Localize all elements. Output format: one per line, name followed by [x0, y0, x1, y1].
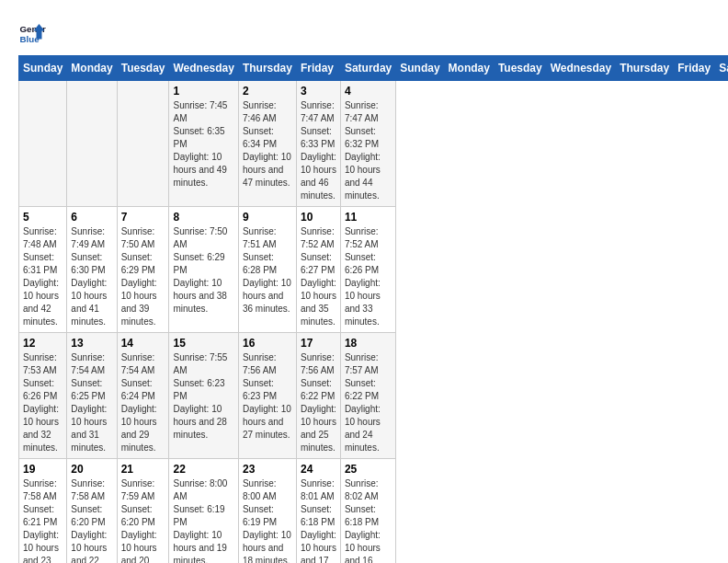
cell-content: Sunrise: 7:45 AM Sunset: 6:35 PM Dayligh… [173, 99, 233, 190]
day-number: 11 [345, 211, 392, 224]
cell-content: Sunrise: 7:51 AM Sunset: 6:28 PM Dayligh… [243, 225, 292, 316]
calendar-cell: 9Sunrise: 7:51 AM Sunset: 6:28 PM Daylig… [238, 207, 296, 333]
calendar-cell [117, 81, 169, 207]
calendar-cell: 5Sunrise: 7:48 AM Sunset: 6:31 PM Daylig… [19, 207, 67, 333]
cell-content: Sunrise: 7:50 AM Sunset: 6:29 PM Dayligh… [173, 225, 233, 316]
calendar-cell: 10Sunrise: 7:52 AM Sunset: 6:27 PM Dayli… [296, 207, 340, 333]
day-number: 1 [173, 85, 233, 98]
calendar-cell: 14Sunrise: 7:54 AM Sunset: 6:24 PM Dayli… [117, 333, 169, 459]
day-number: 21 [121, 463, 165, 476]
cell-content: Sunrise: 7:56 AM Sunset: 6:22 PM Dayligh… [301, 351, 336, 454]
cell-content: Sunrise: 8:00 AM Sunset: 6:19 PM Dayligh… [173, 477, 233, 563]
day-number: 10 [301, 211, 336, 224]
header-monday: Monday [67, 56, 117, 81]
calendar-cell: 18Sunrise: 7:57 AM Sunset: 6:22 PM Dayli… [340, 333, 395, 459]
day-number: 16 [243, 337, 292, 350]
calendar-cell: 2Sunrise: 7:46 AM Sunset: 6:34 PM Daylig… [238, 81, 296, 207]
day-number: 12 [23, 337, 63, 350]
calendar-cell [19, 81, 67, 207]
calendar-header-row: SundayMondayTuesdayWednesdayThursdayFrid… [19, 56, 729, 81]
cell-content: Sunrise: 7:54 AM Sunset: 6:24 PM Dayligh… [121, 351, 165, 454]
calendar-cell: 7Sunrise: 7:50 AM Sunset: 6:29 PM Daylig… [117, 207, 169, 333]
day-number: 17 [301, 337, 336, 350]
cell-content: Sunrise: 7:58 AM Sunset: 6:20 PM Dayligh… [71, 477, 112, 563]
day-number: 4 [345, 85, 392, 98]
cell-content: Sunrise: 7:55 AM Sunset: 6:23 PM Dayligh… [173, 351, 233, 442]
cell-content: Sunrise: 7:52 AM Sunset: 6:26 PM Dayligh… [345, 225, 392, 328]
cell-content: Sunrise: 7:53 AM Sunset: 6:26 PM Dayligh… [23, 351, 63, 454]
calendar-week-3: 19Sunrise: 7:58 AM Sunset: 6:21 PM Dayli… [19, 459, 729, 564]
day-number: 25 [345, 463, 392, 476]
logo-icon: General Blue [18, 18, 46, 46]
calendar-cell: 21Sunrise: 7:59 AM Sunset: 6:20 PM Dayli… [117, 459, 169, 564]
calendar-cell: 25Sunrise: 8:02 AM Sunset: 6:18 PM Dayli… [340, 459, 395, 564]
cell-content: Sunrise: 7:46 AM Sunset: 6:34 PM Dayligh… [243, 99, 292, 190]
day-number: 6 [71, 211, 112, 224]
calendar-cell: 24Sunrise: 8:01 AM Sunset: 6:18 PM Dayli… [296, 459, 340, 564]
calendar-cell: 23Sunrise: 8:00 AM Sunset: 6:19 PM Dayli… [238, 459, 296, 564]
calendar-cell: 17Sunrise: 7:56 AM Sunset: 6:22 PM Dayli… [296, 333, 340, 459]
cell-content: Sunrise: 7:59 AM Sunset: 6:20 PM Dayligh… [121, 477, 165, 563]
day-number: 24 [301, 463, 336, 476]
calendar-table: SundayMondayTuesdayWednesdayThursdayFrid… [18, 55, 728, 563]
calendar-cell [67, 81, 117, 207]
col-header-friday: Friday [674, 56, 715, 81]
day-number: 13 [71, 337, 112, 350]
calendar-week-0: 1Sunrise: 7:45 AM Sunset: 6:35 PM Daylig… [19, 81, 729, 207]
calendar-cell: 12Sunrise: 7:53 AM Sunset: 6:26 PM Dayli… [19, 333, 67, 459]
cell-content: Sunrise: 7:52 AM Sunset: 6:27 PM Dayligh… [301, 225, 336, 328]
day-number: 3 [301, 85, 336, 98]
header-saturday: Saturday [340, 56, 395, 81]
header-tuesday: Tuesday [117, 56, 169, 81]
cell-content: Sunrise: 7:48 AM Sunset: 6:31 PM Dayligh… [23, 225, 63, 328]
calendar-week-2: 12Sunrise: 7:53 AM Sunset: 6:26 PM Dayli… [19, 333, 729, 459]
col-header-sunday: Sunday [396, 56, 444, 81]
calendar-cell: 20Sunrise: 7:58 AM Sunset: 6:20 PM Dayli… [67, 459, 117, 564]
col-header-monday: Monday [444, 56, 494, 81]
calendar-cell: 16Sunrise: 7:56 AM Sunset: 6:23 PM Dayli… [238, 333, 296, 459]
cell-content: Sunrise: 7:58 AM Sunset: 6:21 PM Dayligh… [23, 477, 63, 563]
day-number: 7 [121, 211, 165, 224]
page-header: General Blue [18, 18, 710, 46]
day-number: 2 [243, 85, 292, 98]
calendar-cell: 11Sunrise: 7:52 AM Sunset: 6:26 PM Dayli… [340, 207, 395, 333]
calendar-cell: 1Sunrise: 7:45 AM Sunset: 6:35 PM Daylig… [169, 81, 238, 207]
day-number: 20 [71, 463, 112, 476]
calendar-cell: 4Sunrise: 7:47 AM Sunset: 6:32 PM Daylig… [340, 81, 395, 207]
day-number: 15 [173, 337, 233, 350]
calendar-cell: 19Sunrise: 7:58 AM Sunset: 6:21 PM Dayli… [19, 459, 67, 564]
cell-content: Sunrise: 7:47 AM Sunset: 6:33 PM Dayligh… [301, 99, 336, 202]
day-number: 22 [173, 463, 233, 476]
calendar-cell: 6Sunrise: 7:49 AM Sunset: 6:30 PM Daylig… [67, 207, 117, 333]
cell-content: Sunrise: 7:54 AM Sunset: 6:25 PM Dayligh… [71, 351, 112, 454]
day-number: 18 [345, 337, 392, 350]
col-header-tuesday: Tuesday [494, 56, 546, 81]
header-sunday: Sunday [19, 56, 67, 81]
day-number: 14 [121, 337, 165, 350]
calendar-cell: 22Sunrise: 8:00 AM Sunset: 6:19 PM Dayli… [169, 459, 238, 564]
header-thursday: Thursday [238, 56, 296, 81]
cell-content: Sunrise: 8:01 AM Sunset: 6:18 PM Dayligh… [301, 477, 336, 563]
calendar-cell: 15Sunrise: 7:55 AM Sunset: 6:23 PM Dayli… [169, 333, 238, 459]
col-header-thursday: Thursday [616, 56, 674, 81]
cell-content: Sunrise: 8:00 AM Sunset: 6:19 PM Dayligh… [243, 477, 292, 563]
cell-content: Sunrise: 8:02 AM Sunset: 6:18 PM Dayligh… [345, 477, 392, 563]
day-number: 8 [173, 211, 233, 224]
cell-content: Sunrise: 7:47 AM Sunset: 6:32 PM Dayligh… [345, 99, 392, 202]
header-wednesday: Wednesday [169, 56, 238, 81]
cell-content: Sunrise: 7:49 AM Sunset: 6:30 PM Dayligh… [71, 225, 112, 328]
header-friday: Friday [296, 56, 340, 81]
calendar-cell: 13Sunrise: 7:54 AM Sunset: 6:25 PM Dayli… [67, 333, 117, 459]
day-number: 19 [23, 463, 63, 476]
day-number: 5 [23, 211, 63, 224]
col-header-saturday: Saturday [715, 56, 728, 81]
cell-content: Sunrise: 7:50 AM Sunset: 6:29 PM Dayligh… [121, 225, 165, 328]
calendar-week-1: 5Sunrise: 7:48 AM Sunset: 6:31 PM Daylig… [19, 207, 729, 333]
logo: General Blue [18, 18, 46, 46]
calendar-cell: 8Sunrise: 7:50 AM Sunset: 6:29 PM Daylig… [169, 207, 238, 333]
cell-content: Sunrise: 7:56 AM Sunset: 6:23 PM Dayligh… [243, 351, 292, 442]
calendar-cell: 3Sunrise: 7:47 AM Sunset: 6:33 PM Daylig… [296, 81, 340, 207]
col-header-wednesday: Wednesday [546, 56, 615, 81]
cell-content: Sunrise: 7:57 AM Sunset: 6:22 PM Dayligh… [345, 351, 392, 454]
day-number: 9 [243, 211, 292, 224]
